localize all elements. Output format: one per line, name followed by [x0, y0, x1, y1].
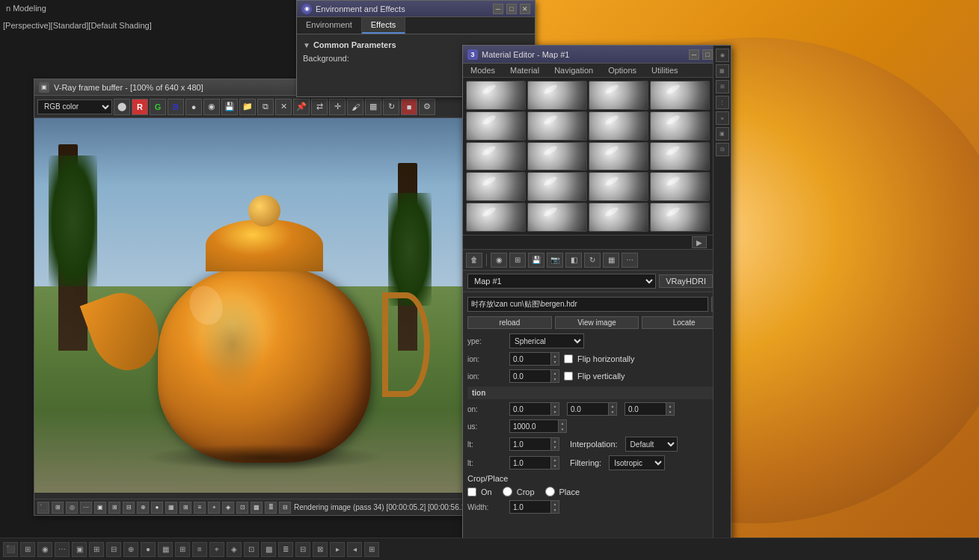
status-icon-12[interactable]: ≡: [194, 502, 206, 514]
file-path-input[interactable]: [467, 297, 708, 312]
menu-modes[interactable]: Modes: [463, 64, 503, 77]
bottom-btn-9[interactable]: ●: [141, 542, 156, 557]
reload-btn[interactable]: reload: [467, 316, 552, 329]
type-select[interactable]: Spherical: [509, 333, 584, 348]
offset-y-input[interactable]: [567, 402, 608, 416]
pin-btn[interactable]: 📌: [293, 99, 310, 115]
place-radio[interactable]: [545, 487, 555, 496]
mat-sphere-5-3[interactable]: [589, 203, 648, 232]
mat-sphere-3-2[interactable]: [527, 142, 587, 171]
mat-sphere-2-4[interactable]: [650, 111, 710, 141]
bottom-btn-1[interactable]: ⬛: [3, 542, 18, 557]
bottom-btn-5[interactable]: ▣: [72, 542, 87, 557]
bottom-btn-7[interactable]: ⊟: [106, 542, 121, 557]
mat-refresh-btn[interactable]: ↻: [584, 253, 601, 268]
mat-sphere-5-4[interactable]: [650, 203, 710, 232]
rotation-h-input[interactable]: [509, 352, 550, 366]
mat-sphere-1-1[interactable]: [466, 81, 526, 110]
bottom-btn-16[interactable]: ▩: [261, 542, 276, 557]
status-icon-6[interactable]: ⊞: [108, 502, 120, 514]
env-minimize-btn[interactable]: ─: [493, 4, 503, 14]
mat-sphere-5-2[interactable]: [527, 203, 587, 232]
width-up[interactable]: ▲: [551, 501, 559, 507]
status-icon-10[interactable]: ▦: [165, 502, 177, 514]
bottom-btn-21[interactable]: ◂: [347, 542, 362, 557]
status-icon-4[interactable]: ⋯: [80, 502, 92, 514]
radius-down[interactable]: ▼: [559, 426, 566, 432]
env-close-btn[interactable]: ✕: [520, 4, 530, 14]
mat-sphere-4-1[interactable]: [466, 172, 526, 201]
status-icon-18[interactable]: ⊟: [279, 502, 291, 514]
menu-material[interactable]: Material: [503, 64, 547, 77]
default1-up[interactable]: ▲: [551, 438, 559, 444]
right-sidebar-btn-1[interactable]: ◉: [716, 49, 729, 62]
bottom-btn-3[interactable]: ◉: [37, 542, 52, 557]
mat-cam-btn[interactable]: 📷: [547, 253, 563, 268]
mat-cam2-btn[interactable]: ◧: [565, 253, 582, 268]
paint-btn[interactable]: 🖌: [347, 99, 363, 115]
bottom-btn-17[interactable]: ≣: [278, 542, 293, 557]
grey-circle-btn[interactable]: ◉: [203, 99, 220, 115]
white-circle-btn[interactable]: ●: [185, 99, 202, 115]
offset-x-up[interactable]: ▲: [551, 403, 559, 409]
bottom-btn-11[interactable]: ⊞: [175, 542, 190, 557]
mat-sphere-3-1[interactable]: [466, 142, 526, 171]
bottom-btn-2[interactable]: ⊞: [20, 542, 35, 557]
right-sidebar-btn-3[interactable]: ⊞: [716, 80, 729, 93]
mat-sphere-4-4[interactable]: [650, 172, 710, 201]
right-sidebar-btn-7[interactable]: ⊟: [716, 143, 729, 156]
offset-x-down[interactable]: ▼: [551, 409, 559, 415]
bottom-btn-12[interactable]: ≡: [192, 542, 207, 557]
bottom-btn-6[interactable]: ⊞: [89, 542, 104, 557]
r-channel-btn[interactable]: R: [132, 99, 148, 115]
mat-sphere-4-2[interactable]: [527, 172, 587, 201]
right-sidebar-btn-6[interactable]: ▣: [716, 127, 729, 141]
default1-input[interactable]: [509, 437, 550, 451]
mat-shader-btn[interactable]: ▦: [603, 253, 619, 268]
status-icon-17[interactable]: ≣: [265, 502, 277, 514]
crop-radio[interactable]: [503, 487, 512, 496]
status-icon-11[interactable]: ⊞: [179, 502, 191, 514]
bottom-btn-10[interactable]: ▦: [158, 542, 173, 557]
status-icon-5[interactable]: ▣: [94, 502, 106, 514]
right-sidebar-btn-2[interactable]: ▦: [716, 64, 729, 78]
width-down[interactable]: ▼: [551, 507, 559, 513]
default2-input[interactable]: [509, 456, 550, 470]
rotation-v-up[interactable]: ▲: [551, 370, 559, 376]
mat-sphere-4-3[interactable]: [589, 172, 648, 201]
status-icon-16[interactable]: ▩: [251, 502, 263, 514]
status-icon-15[interactable]: ⊡: [236, 502, 248, 514]
g-channel-btn[interactable]: G: [150, 99, 166, 115]
default2-up[interactable]: ▲: [551, 457, 559, 463]
mat-sphere-3-4[interactable]: [650, 142, 710, 171]
stop-btn[interactable]: ■: [401, 99, 417, 115]
mat-sphere-view-btn[interactable]: ◉: [491, 253, 507, 268]
map-name-select[interactable]: Map #1: [467, 274, 656, 289]
offset-z-up[interactable]: ▲: [666, 403, 674, 409]
transfer-btn[interactable]: ⇄: [311, 99, 328, 115]
interpolation-select[interactable]: Default: [625, 437, 678, 452]
bottom-btn-19[interactable]: ⊠: [313, 542, 328, 557]
mat-sphere-2-1[interactable]: [466, 111, 526, 141]
width-input[interactable]: [509, 500, 550, 514]
b-channel-btn[interactable]: B: [168, 99, 184, 115]
offset-z-input[interactable]: [624, 402, 666, 416]
rotation-h-down[interactable]: ▼: [551, 359, 559, 365]
right-sidebar-btn-5[interactable]: ≡: [716, 111, 729, 125]
rotation-v-input[interactable]: [509, 369, 550, 383]
bottom-btn-15[interactable]: ⊡: [244, 542, 259, 557]
cursor-btn[interactable]: ✛: [329, 99, 346, 115]
bottom-btn-14[interactable]: ◈: [227, 542, 242, 557]
right-sidebar-btn-4[interactable]: ⋮: [716, 96, 729, 109]
extra-btn[interactable]: ⚙: [419, 99, 435, 115]
on-checkbox[interactable]: [467, 487, 476, 496]
mat-sphere-2-3[interactable]: [589, 111, 648, 141]
rotation-h-up[interactable]: ▲: [551, 353, 559, 359]
bottom-btn-18[interactable]: ⊟: [295, 542, 310, 557]
mat-grid-btn[interactable]: ⊞: [509, 253, 526, 268]
status-icon-14[interactable]: ◈: [222, 502, 234, 514]
menu-navigation[interactable]: Navigation: [547, 64, 601, 77]
mat-extra-btn[interactable]: ⋯: [622, 253, 638, 268]
mat-sphere-1-3[interactable]: [589, 81, 648, 110]
status-icon-3[interactable]: ◎: [66, 502, 78, 514]
